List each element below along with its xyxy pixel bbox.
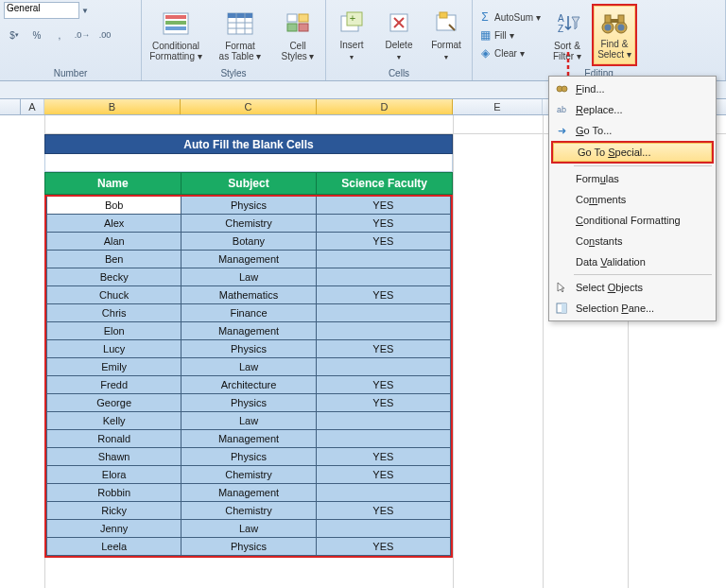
cell-styles-btn[interactable]: Cell Styles ▾ [274, 4, 321, 66]
table-cell[interactable] [317, 251, 451, 268]
selection-range[interactable]: BobPhysicsYESAlexChemistryYESAlanBotanyY… [44, 195, 453, 558]
table-cell[interactable]: YES [317, 394, 451, 412]
table-cell[interactable]: YES [317, 215, 451, 233]
table-cell[interactable]: YES [317, 340, 451, 358]
table-row[interactable]: BenManagement [46, 251, 451, 268]
table-cell[interactable]: Law [182, 412, 316, 430]
table-cell[interactable]: Mathematics [182, 286, 316, 304]
col-header-A[interactable]: A [21, 99, 44, 114]
table-row[interactable]: ElonManagement [46, 322, 451, 340]
table-cell[interactable]: Law [182, 268, 316, 286]
table-cell[interactable]: Management [182, 484, 316, 502]
table-row[interactable]: ChuckMathematicsYES [46, 286, 451, 304]
menu-replace[interactable]: ab Replace... [551, 99, 714, 120]
increase-decimal-btn[interactable]: .0→ [72, 25, 93, 45]
table-cell[interactable]: Bob [46, 197, 182, 215]
dropdown-icon[interactable]: ▼ [81, 7, 89, 15]
menu-goto[interactable]: ➜ Go To... [551, 120, 714, 141]
table-cell[interactable] [317, 358, 451, 376]
table-cell[interactable]: Ronald [46, 430, 182, 448]
menu-goto-special[interactable]: Go To Special... [551, 141, 714, 164]
table-cell[interactable] [317, 484, 451, 502]
table-cell[interactable]: Botany [182, 233, 316, 251]
table-cell[interactable]: Law [182, 358, 316, 376]
table-cell[interactable]: Management [182, 430, 316, 448]
select-all-corner[interactable] [0, 99, 21, 114]
comma-btn[interactable]: , [49, 25, 70, 45]
table-row[interactable]: EloraChemistryYES [46, 466, 451, 484]
table-row[interactable]: LucyPhysicsYES [46, 340, 451, 358]
table-cell[interactable]: Architecture [182, 376, 316, 394]
delete-btn[interactable]: Delete▼ [377, 4, 421, 66]
table-cell[interactable]: Jenny [46, 520, 182, 538]
table-cell[interactable]: YES [317, 466, 451, 484]
menu-select-objects[interactable]: Select Objects [551, 277, 714, 298]
table-cell[interactable]: YES [317, 502, 451, 520]
table-cell[interactable]: Alan [46, 233, 182, 251]
table-cell[interactable]: Management [182, 251, 316, 268]
table-cell[interactable]: Chemistry [182, 215, 316, 233]
table-cell[interactable]: Alex [46, 215, 182, 233]
table-cell[interactable]: Lucy [46, 340, 182, 358]
autosum-btn[interactable]: ΣAutoSum ▾ [476, 9, 543, 26]
menu-comments[interactable]: Comments [551, 189, 714, 210]
table-row[interactable]: ChrisFinance [46, 304, 451, 322]
table-cell[interactable]: Law [182, 520, 316, 538]
table-cell[interactable]: Elon [46, 322, 182, 340]
table-row[interactable]: ShawnPhysicsYES [46, 448, 451, 466]
table-row[interactable]: BeckyLaw [46, 268, 451, 286]
table-cell[interactable]: YES [317, 197, 451, 215]
table-row[interactable]: BobPhysicsYES [46, 197, 451, 215]
table-cell[interactable]: Elora [46, 466, 182, 484]
table-cell[interactable]: Robbin [46, 484, 182, 502]
table-cell[interactable]: Physics [182, 448, 316, 466]
table-cell[interactable]: Physics [182, 538, 316, 556]
table-cell[interactable]: Chemistry [182, 466, 316, 484]
table-cell[interactable]: Physics [182, 197, 316, 215]
table-cell[interactable]: YES [317, 538, 451, 556]
table-cell[interactable]: Chemistry [182, 502, 316, 520]
format-btn[interactable]: Format▼ [424, 4, 468, 66]
table-row[interactable]: KellyLaw [46, 412, 451, 430]
table-cell[interactable]: Ben [46, 251, 182, 268]
table-row[interactable]: RobbinManagement [46, 484, 451, 502]
clear-btn[interactable]: ◈Clear ▾ [476, 44, 543, 61]
table-cell[interactable]: YES [317, 376, 451, 394]
table-cell[interactable]: Leela [46, 538, 182, 556]
menu-conditional-formatting[interactable]: Conditional Formatting [551, 210, 714, 231]
insert-btn[interactable]: + Insert▼ [330, 4, 373, 66]
table-cell[interactable]: Kelly [46, 412, 182, 430]
table-cell[interactable]: George [46, 394, 182, 412]
table-cell[interactable]: Emily [46, 358, 182, 376]
table-cell[interactable]: YES [317, 233, 451, 251]
table-cell[interactable] [317, 412, 451, 430]
conditional-formatting-btn[interactable]: Conditional Formatting ▾ [146, 4, 206, 66]
table-cell[interactable] [317, 268, 451, 286]
col-header-C[interactable]: C [181, 99, 317, 114]
percent-btn[interactable]: % [26, 25, 47, 45]
format-as-table-btn[interactable]: Format as Table ▾ [210, 4, 270, 66]
table-cell[interactable]: Fredd [46, 376, 182, 394]
table-row[interactable]: AlexChemistryYES [46, 215, 451, 233]
number-format-select[interactable]: General [4, 2, 79, 19]
table-cell[interactable]: Physics [182, 340, 316, 358]
table-cell[interactable]: Physics [182, 394, 316, 412]
find-select-btn[interactable]: Find & Select ▾ [592, 4, 637, 66]
table-row[interactable]: GeorgePhysicsYES [46, 394, 451, 412]
fill-btn[interactable]: ▦Fill ▾ [476, 26, 543, 43]
table-cell[interactable]: Finance [182, 304, 316, 322]
table-cell[interactable] [317, 430, 451, 448]
table-cell[interactable]: YES [317, 448, 451, 466]
table-cell[interactable] [317, 304, 451, 322]
table-cell[interactable]: Management [182, 322, 316, 340]
table-cell[interactable]: YES [317, 286, 451, 304]
col-header-D[interactable]: D [317, 99, 453, 114]
col-header-E[interactable]: E [453, 99, 543, 114]
menu-constants[interactable]: Constants [551, 231, 714, 251]
currency-btn[interactable]: $▾ [4, 25, 25, 45]
table-row[interactable]: LeelaPhysicsYES [46, 538, 451, 556]
menu-formulas[interactable]: Formulas [551, 168, 714, 189]
table-row[interactable]: AlanBotanyYES [46, 233, 451, 251]
decrease-decimal-btn[interactable]: .00 [95, 25, 115, 45]
table-cell[interactable]: Shawn [46, 448, 182, 466]
